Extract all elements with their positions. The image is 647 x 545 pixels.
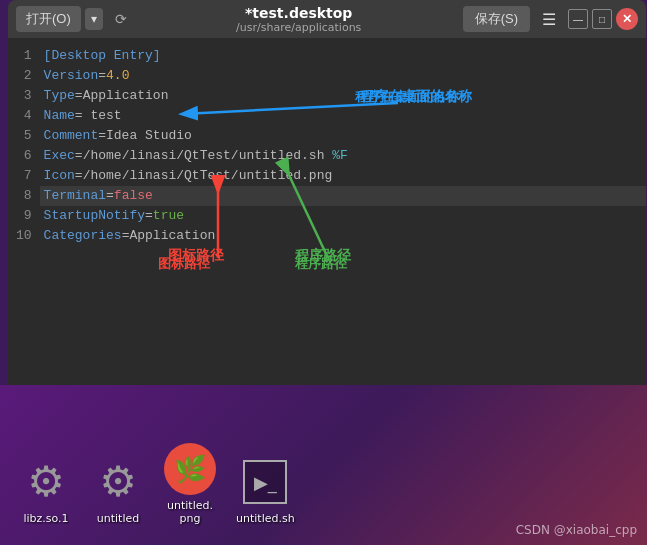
code-line-7: Icon=/home/linasi/QtTest/untitled.png	[40, 166, 646, 186]
code-editor[interactable]: [Desktop Entry] Version=4.0 Type=Applica…	[40, 38, 646, 390]
watermark: CSDN @xiaobai_cpp	[516, 523, 637, 537]
close-button[interactable]: ✕	[616, 8, 638, 30]
line-numbers: 1 2 3 4 5 6 7 8 9 10	[8, 38, 40, 390]
desktop-area: ⚙ libz.so.1 ⚙ untitled 🌿 untitled.png	[0, 385, 647, 545]
untitled-png-icon: 🌿	[164, 443, 216, 495]
desktop-icon-libz[interactable]: ⚙ libz.so.1	[20, 456, 72, 525]
code-line-9: StartupNotify=true	[40, 206, 646, 226]
editor-window: 打开(O) ▾ ⟳ *test.desktop /usr/share/appli…	[8, 0, 646, 420]
untitled-sh-icon: ▶_	[239, 456, 291, 508]
libz-icon: ⚙	[20, 456, 72, 508]
filepath-label: /usr/share/applications	[135, 21, 463, 34]
editor-content: 1 2 3 4 5 6 7 8 9 10 [Desktop Entry] Ver…	[8, 38, 646, 390]
title-bar: 打开(O) ▾ ⟳ *test.desktop /usr/share/appli…	[8, 0, 646, 38]
filename-label: *test.desktop	[135, 5, 463, 21]
title-bar-right: 保存(S) ☰ — □ ✕	[463, 6, 638, 33]
open-dropdown-button[interactable]: ▾	[85, 8, 103, 30]
code-line-4: Name= test	[40, 106, 646, 126]
code-line-8: Terminal=false	[40, 186, 646, 206]
libz-label: libz.so.1	[23, 512, 68, 525]
desktop-icons: ⚙ libz.so.1 ⚙ untitled 🌿 untitled.png	[0, 443, 295, 525]
history-button[interactable]: ⟳	[107, 7, 135, 31]
title-bar-left: 打开(O) ▾ ⟳	[16, 6, 135, 32]
code-line-6: Exec=/home/linasi/QtTest/untitled.sh %F	[40, 146, 646, 166]
menu-button[interactable]: ☰	[534, 6, 564, 33]
desktop-icon-untitled-png[interactable]: 🌿 untitled.png	[164, 443, 216, 525]
minimize-button[interactable]: —	[568, 9, 588, 29]
untitled-png-label: untitled.png	[167, 499, 213, 525]
title-bar-center: *test.desktop /usr/share/applications	[135, 5, 463, 34]
untitled-icon: ⚙	[92, 456, 144, 508]
desktop-icon-untitled-sh[interactable]: ▶_ untitled.sh	[236, 456, 295, 525]
open-button[interactable]: 打开(O)	[16, 6, 81, 32]
untitled-label: untitled	[97, 512, 139, 525]
maximize-button[interactable]: □	[592, 9, 612, 29]
save-button[interactable]: 保存(S)	[463, 6, 530, 32]
code-line-3: Type=Application	[40, 86, 646, 106]
code-line-5: Comment=Idea Studio	[40, 126, 646, 146]
code-line-1: [Desktop Entry]	[40, 46, 646, 66]
code-line-2: Version=4.0	[40, 66, 646, 86]
desktop-icon-untitled[interactable]: ⚙ untitled	[92, 456, 144, 525]
untitled-sh-label: untitled.sh	[236, 512, 295, 525]
code-line-10: Categories=Application	[40, 226, 646, 246]
